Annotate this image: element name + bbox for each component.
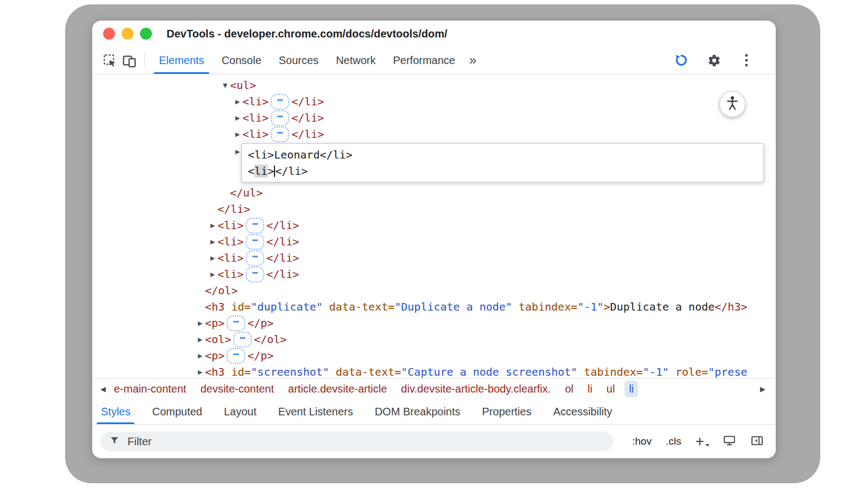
toggle-element-state-button[interactable]: :hov	[632, 435, 652, 447]
expand-arrow-icon[interactable]: ▶	[195, 320, 205, 327]
inline-edit-box[interactable]: <li>Leonard</li><li></li>	[241, 143, 764, 182]
titlebar: DevTools - developer.chrome.com/docs/dev…	[92, 21, 776, 47]
tag-token: <li>	[218, 235, 244, 248]
expand-inline-button[interactable]: ⋯	[246, 250, 264, 266]
more-tabs-icon[interactable]: »	[464, 47, 482, 74]
text-token	[329, 365, 336, 378]
dom-tree-row[interactable]: <h3 id="duplicate" data-text="Duplicate …	[92, 299, 776, 315]
dom-tree-row[interactable]: ▶<p>⋯</p>	[92, 347, 776, 364]
attribute-name: data-text=	[329, 300, 394, 313]
dom-tree-row[interactable]: ▶<li>⋯</li>	[92, 126, 776, 142]
tag-token: </ul>	[230, 186, 263, 199]
dom-tree-row[interactable]: ▼<ul>	[92, 77, 776, 93]
tab-console[interactable]: Console	[213, 47, 270, 74]
expand-inline-button[interactable]: ⋯	[227, 348, 245, 364]
expand-arrow-icon[interactable]: ▶	[208, 271, 218, 278]
dom-tree-row[interactable]: ▶<li>Leonard</li><li></li>	[92, 142, 776, 185]
accessibility-overlay-button[interactable]	[719, 91, 745, 117]
dom-tree-row[interactable]: ▶<li>⋯</li>	[92, 93, 776, 110]
breadcrumb-item[interactable]: div.devsite-article-body.clearfix.	[397, 381, 555, 397]
sidebar-toggle-icon[interactable]	[750, 434, 764, 450]
tag-token: <li>	[218, 268, 244, 281]
rendering-emulation-icon[interactable]	[723, 434, 736, 450]
new-style-rule-button[interactable]: +	[695, 434, 709, 449]
panel-tab-styles[interactable]: Styles	[92, 399, 139, 424]
tab-sources[interactable]: Sources	[270, 47, 327, 74]
breadcrumb: e-main-contentdevsite-contentarticle.dev…	[110, 381, 756, 397]
expand-inline-button[interactable]: ⋯	[271, 110, 289, 126]
dom-tree-row[interactable]: ▶<li>⋯</li>	[92, 266, 776, 282]
expand-arrow-icon[interactable]: ▶	[208, 255, 218, 262]
dom-tree-row[interactable]: ▶<li>⋯</li>	[92, 110, 776, 126]
text-token: <	[248, 165, 254, 178]
inspect-icon[interactable]	[100, 50, 119, 70]
refresh-icon[interactable]	[672, 50, 691, 70]
expand-arrow-icon[interactable]: ▶	[195, 369, 205, 376]
expand-inline-button[interactable]: ⋯	[271, 94, 289, 110]
expand-arrow-icon[interactable]: ▼	[220, 82, 230, 89]
tab-performance[interactable]: Performance	[385, 47, 464, 74]
breadcrumb-bar: ◀ e-main-contentdevsite-contentarticle.d…	[92, 378, 776, 399]
dom-tree-panel: ▼<ul>▶<li>⋯</li>▶<li>⋯</li>▶<li>⋯</li>▶<…	[92, 74, 776, 378]
breadcrumb-scroll-right-icon[interactable]: ▶	[756, 385, 769, 393]
dom-tree-row[interactable]: ▶<li>⋯</li>	[92, 250, 776, 266]
expand-arrow-icon[interactable]: ▶	[233, 115, 242, 122]
device-toolbar-icon[interactable]	[119, 50, 139, 70]
minimize-button[interactable]	[122, 28, 133, 40]
expand-inline-button[interactable]: ⋯	[246, 234, 264, 250]
expand-arrow-icon[interactable]: ▶	[195, 352, 205, 359]
tag-token: </li>	[291, 128, 324, 141]
breadcrumb-item[interactable]: ol	[560, 381, 578, 397]
tab-elements[interactable]: Elements	[150, 47, 213, 74]
expand-arrow-icon[interactable]: ▶	[233, 98, 242, 105]
expand-arrow-icon[interactable]: ▶	[208, 222, 218, 229]
toolbar-divider	[144, 53, 145, 67]
dom-tree-row[interactable]: ▶<li>⋯</li>	[92, 233, 776, 250]
element-classes-button[interactable]: .cls	[666, 435, 681, 447]
expand-inline-button[interactable]: ⋯	[246, 267, 264, 282]
expand-inline-button[interactable]: ⋯	[233, 332, 252, 347]
tag-token: </li>	[266, 251, 299, 264]
text-token	[225, 300, 231, 313]
expand-arrow-icon[interactable]: ▶	[208, 238, 218, 245]
expand-inline-button[interactable]: ⋯	[227, 315, 245, 331]
breadcrumb-scroll-left-icon[interactable]: ◀	[97, 385, 110, 393]
dom-tree-row[interactable]: </li>	[92, 201, 776, 217]
close-button[interactable]	[103, 28, 115, 40]
dom-tree-row[interactable]: ▶<li>⋯</li>	[92, 217, 776, 233]
text-token: <li>Leonard</li>	[248, 148, 353, 161]
panel-tab-computed[interactable]: Computed	[143, 399, 210, 424]
styles-filter-pill[interactable]	[100, 432, 613, 451]
panel-tab-properties[interactable]: Properties	[474, 399, 540, 424]
styles-filter-input[interactable]	[126, 435, 604, 448]
dom-tree-row[interactable]: ▶<h3 id="screenshot" data-text="Capture …	[92, 364, 776, 378]
text-token	[577, 365, 584, 378]
dom-tree-row[interactable]: ▶<p>⋯</p>	[92, 315, 776, 331]
tag-token: <ul>	[230, 79, 256, 92]
breadcrumb-item[interactable]: li	[583, 381, 597, 397]
expand-inline-button[interactable]: ⋯	[246, 218, 264, 233]
breadcrumb-item[interactable]: devsite-content	[196, 381, 278, 397]
text-token	[669, 365, 675, 378]
panel-tab-layout[interactable]: Layout	[215, 399, 265, 424]
tab-network[interactable]: Network	[327, 47, 384, 74]
zoom-button[interactable]	[140, 28, 152, 40]
settings-gear-icon[interactable]	[704, 50, 724, 70]
expand-arrow-icon[interactable]: ▶	[195, 336, 205, 343]
breadcrumb-item[interactable]: ul	[602, 381, 620, 397]
dom-tree-row[interactable]: </ol>	[92, 282, 776, 299]
tag-token: <li>	[242, 128, 269, 141]
dom-tree-row[interactable]: ▶<ol>⋯</ol>	[92, 331, 776, 347]
panel-tab-dom-breakpoints[interactable]: DOM Breakpoints	[366, 399, 469, 424]
dom-tree-row[interactable]: </ul>	[92, 185, 776, 201]
breadcrumb-item[interactable]: li	[624, 381, 638, 397]
expand-inline-button[interactable]: ⋯	[271, 127, 289, 142]
breadcrumb-item[interactable]: article.devsite-article	[284, 381, 391, 397]
panel-tab-accessibility[interactable]: Accessibility	[545, 399, 621, 424]
text-node: Duplicate a node	[610, 300, 715, 313]
expand-arrow-icon[interactable]: ▶	[233, 131, 242, 138]
more-options-icon[interactable]	[737, 50, 756, 70]
panel-tab-event-listeners[interactable]: Event Listeners	[270, 399, 362, 424]
styles-panel-tab-strip: StylesComputedLayoutEvent ListenersDOM B…	[92, 399, 776, 425]
breadcrumb-item[interactable]: e-main-content	[110, 381, 190, 397]
